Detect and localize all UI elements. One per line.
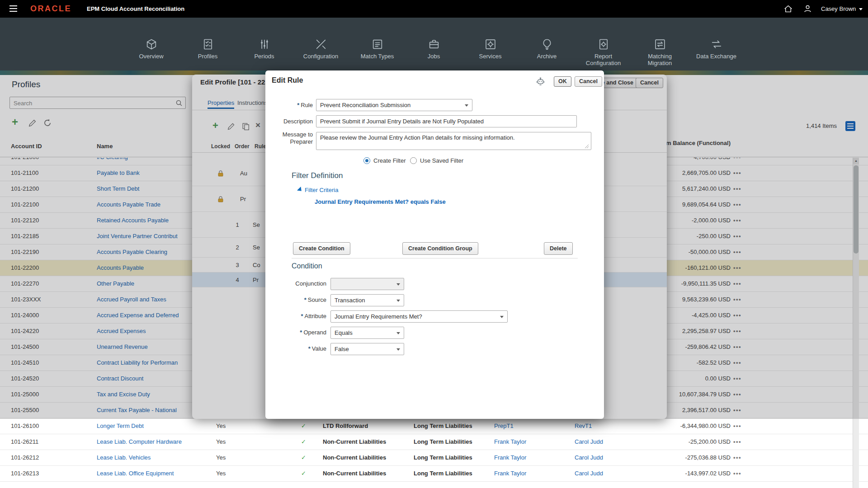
periods-icon <box>258 38 271 51</box>
row-actions-menu[interactable]: ••• <box>733 418 741 434</box>
expand-collapse-icon[interactable] <box>297 187 303 193</box>
home-icon[interactable] <box>783 4 793 14</box>
create-filter-label: Create Filter <box>373 157 406 164</box>
rule-label: *Rule <box>297 102 313 109</box>
nav-item-periods[interactable]: Periods <box>236 18 292 70</box>
nav-item-matching-migration[interactable]: Matching Migration <box>632 18 688 70</box>
table-row[interactable]: 101-26213Lease Liab. Office EquipmentYes… <box>0 466 868 482</box>
required-marker: * <box>300 329 302 336</box>
preparer-link[interactable]: Frank Taylor <box>494 466 526 481</box>
rule-dropdown[interactable]: Prevent Reconciliation Submission <box>316 99 472 111</box>
value-dropdown[interactable]: False <box>330 343 404 355</box>
oracle-logo: ORACLE <box>30 4 71 14</box>
user-name: Casey Brown <box>821 5 856 12</box>
nav-item-label: Profiles <box>185 53 231 60</box>
nav-item-label: Services <box>467 53 514 60</box>
operand-value: Equals <box>335 329 353 336</box>
source-dropdown[interactable]: Transaction <box>330 294 404 306</box>
balance-cell: -6,344,980.00 USD <box>680 418 731 434</box>
required-marker: * <box>301 313 303 319</box>
matching-migration-icon <box>654 38 666 51</box>
balance-cell: -275,036.88 USD <box>685 450 731 465</box>
nav-item-report-configuration[interactable]: Report Configuration <box>575 18 632 70</box>
source-value: Transaction <box>335 297 365 304</box>
conjunction-dropdown[interactable] <box>330 278 404 290</box>
row-actions-menu[interactable]: ••• <box>733 450 741 465</box>
nav-items: OverviewProfilesPeriodsConfigurationMatc… <box>123 18 745 70</box>
jobs-icon <box>428 38 440 51</box>
reviewer-link[interactable]: Carol Judd <box>575 466 603 481</box>
method-cell: Non-Current Liabilities <box>323 450 386 465</box>
reviewer-link[interactable]: RevT1 <box>575 418 592 434</box>
preparer-link[interactable]: Frank Taylor <box>494 450 526 465</box>
attribute-dropdown[interactable]: Journal Entry Requirements Met? <box>330 310 508 323</box>
nav-item-label: Overview <box>128 53 175 60</box>
attribute-label: *Attribute <box>301 313 326 320</box>
caret-down-icon <box>859 8 863 10</box>
auto-cell: Yes <box>216 466 226 481</box>
row-actions-menu[interactable]: ••• <box>733 434 741 450</box>
user-avatar-icon[interactable] <box>803 4 812 14</box>
create-filter-radio[interactable] <box>363 157 370 164</box>
profile-name-link[interactable]: Lease Liab. Computer Hardware <box>97 434 182 450</box>
nav-item-profiles[interactable]: Profiles <box>179 18 236 70</box>
check-icon: ✓ <box>301 466 306 481</box>
auto-cell: Yes <box>216 434 226 450</box>
reviewer-link[interactable]: Carol Judd <box>575 434 603 450</box>
table-row[interactable]: 101-26212Lease Liab. VehiclesYes✓Non-Cur… <box>0 450 868 466</box>
overview-icon <box>145 38 158 51</box>
nav-item-archive[interactable]: Archive <box>519 18 575 70</box>
balance-cell: -25,200.00 USD <box>689 434 731 450</box>
preparer-link[interactable]: PrepT1 <box>494 418 514 434</box>
nav-item-configuration[interactable]: Configuration <box>292 18 349 70</box>
table-row[interactable]: 101-26100Longer Term DebtYes✓LTD Rollfor… <box>0 418 868 434</box>
method-cell: LTD Rollforward <box>323 418 368 434</box>
value-label: *Value <box>308 345 326 352</box>
attribute-value: Journal Entry Requirements Met? <box>335 313 422 320</box>
nav-item-label: Data Exchange <box>693 53 740 60</box>
use-saved-filter-radio[interactable] <box>410 157 417 164</box>
filter-criteria-link[interactable]: Filter Criteria <box>305 187 338 193</box>
ok-button[interactable]: OK <box>554 76 571 87</box>
user-menu[interactable]: Casey Brown <box>821 5 863 12</box>
filter-criteria-expression[interactable]: Journal Entry Requirements Met? equals F… <box>315 198 446 205</box>
create-condition-group-button[interactable]: Create Condition Group <box>402 242 478 255</box>
profile-name-link[interactable]: Lease Liab. Office Equipment <box>97 466 174 481</box>
description-input[interactable] <box>316 115 577 127</box>
profile-name-link[interactable]: Lease Liab. Vehicles <box>97 450 151 465</box>
services-icon <box>484 38 497 51</box>
hamburger-menu-icon[interactable] <box>9 5 17 12</box>
check-icon: ✓ <box>301 418 306 434</box>
preparer-link[interactable]: Frank Taylor <box>494 434 526 450</box>
nav-item-label: Matching Migration <box>637 53 683 66</box>
profile-name-link[interactable]: Longer Term Debt <box>97 418 144 434</box>
nav-item-jobs[interactable]: Jobs <box>406 18 462 70</box>
condition-heading: Condition <box>292 262 322 270</box>
account-id-cell: 101-26100 <box>11 418 39 434</box>
method-cell: Non-Current Liabilities <box>323 466 386 481</box>
create-condition-button[interactable]: Create Condition <box>293 242 350 255</box>
nav-item-overview[interactable]: Overview <box>123 18 179 70</box>
operand-label: *Operand <box>300 329 326 336</box>
row-actions-menu[interactable]: ••• <box>733 466 741 481</box>
delete-button[interactable]: Delete <box>544 242 573 255</box>
data-exchange-icon <box>710 38 723 51</box>
archive-icon <box>541 38 553 51</box>
operand-dropdown[interactable]: Equals <box>330 327 404 339</box>
rule-dropdown-value: Prevent Reconciliation Submission <box>320 102 410 108</box>
account-id-cell: 101-26211 <box>11 434 38 450</box>
edit-rule-cancel-button[interactable]: Cancel <box>575 76 602 87</box>
nav-item-services[interactable]: Services <box>462 18 519 70</box>
message-to-preparer-label: Message to Preparer <box>277 131 313 145</box>
nav-item-label: Periods <box>241 53 288 60</box>
message-to-preparer-textarea[interactable]: Please review the Journal Entry Action P… <box>316 132 591 150</box>
configuration-icon <box>315 38 327 51</box>
table-row[interactable]: 101-26211Lease Liab. Computer HardwareYe… <box>0 434 868 450</box>
nav-item-match-types[interactable]: Match Types <box>349 18 406 70</box>
assistant-icon[interactable] <box>536 77 545 86</box>
section-divider <box>292 258 578 258</box>
reviewer-link[interactable]: Carol Judd <box>575 450 603 465</box>
app-title: EPM Cloud Account Reconciliation <box>87 5 184 12</box>
topbar: ORACLE EPM Cloud Account Reconciliation … <box>0 0 868 18</box>
nav-item-data-exchange[interactable]: Data Exchange <box>688 18 745 70</box>
